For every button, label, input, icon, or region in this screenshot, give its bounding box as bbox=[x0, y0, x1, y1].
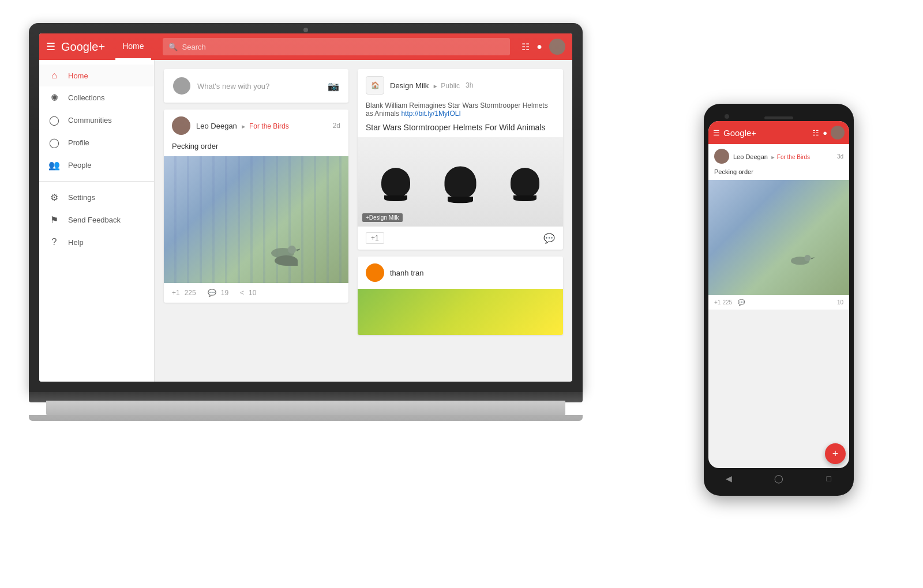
main-feed: What's new with you? 📷 bbox=[155, 60, 572, 382]
phone-leo-avatar bbox=[714, 149, 729, 164]
desktop-search-bar[interactable]: 🔍 Search bbox=[163, 38, 511, 55]
design-milk-avatar: 🏠 bbox=[366, 76, 384, 95]
share-icon: < bbox=[240, 289, 244, 297]
laptop: ☰ Google+ Home 🔍 Search ☷ ● bbox=[29, 23, 583, 542]
phone-leo-name[interactable]: Leo Deegan bbox=[733, 153, 768, 160]
sidebar-communities-label: Communities bbox=[68, 116, 112, 125]
phone-plus-count: 225 bbox=[722, 299, 732, 306]
sidebar-profile-label: Profile bbox=[68, 138, 89, 147]
helmet-3 bbox=[511, 168, 539, 197]
phone-plus-icon[interactable]: +1 bbox=[714, 299, 721, 306]
hamburger-icon[interactable]: ☰ bbox=[46, 40, 55, 53]
leo-collection[interactable]: For the Birds bbox=[249, 122, 289, 130]
phone-bird-post: Leo Deegan ► For the Birds 3d Pecking or… bbox=[708, 144, 849, 310]
bird-post-title: Pecking order bbox=[164, 142, 348, 156]
dm-post-actions: +1 💬 bbox=[358, 227, 563, 250]
brand-name[interactable]: Design Milk bbox=[390, 81, 429, 90]
home-icon: ⌂ bbox=[48, 70, 60, 81]
thanh-post-card: thanh tran bbox=[358, 257, 563, 335]
phone-collection[interactable]: For the Birds bbox=[777, 154, 810, 160]
comment-icon-right[interactable]: 💬 bbox=[543, 233, 555, 244]
design-milk-tag[interactable]: +Design Milk bbox=[362, 213, 403, 222]
gplus-desktop-app: ☰ Google+ Home 🔍 Search ☷ ● bbox=[39, 33, 572, 382]
sidebar-help-label: Help bbox=[68, 238, 84, 247]
phone-apps-icon[interactable]: ☷ bbox=[812, 129, 819, 137]
dm-post-link[interactable]: http://bit.ly/1MyIOLI bbox=[401, 110, 460, 118]
gplus-body: ⌂ Home ✺ Collections ◯ Communities bbox=[39, 60, 572, 382]
phone-screen: ☰ Google+ ☷ ● Le bbox=[708, 121, 849, 468]
design-milk-post: 🏠 Design Milk ► Public bbox=[358, 69, 563, 250]
share-action[interactable]: < bbox=[240, 289, 244, 297]
laptop-body: ☰ Google+ Home 🔍 Search ☷ ● bbox=[29, 23, 583, 392]
search-icon: 🔍 bbox=[168, 43, 178, 51]
phone-recents-button[interactable]: □ bbox=[823, 473, 835, 484]
apps-icon[interactable]: ☷ bbox=[521, 42, 530, 52]
dm-post-time: 3h bbox=[466, 81, 473, 89]
bird-post-footer: +1 225 💬 19 < bbox=[164, 283, 348, 303]
dm-post-headline: Blank William Reimagines Star Wars Storm… bbox=[358, 101, 563, 122]
desktop-logo: Google+ bbox=[61, 40, 105, 54]
main-scene: ☰ Google+ Home 🔍 Search ☷ ● bbox=[0, 0, 923, 588]
camera-icon[interactable]: 📷 bbox=[328, 81, 339, 92]
profile-icon: ◯ bbox=[48, 137, 60, 148]
phone-notifications-icon[interactable]: ● bbox=[823, 129, 827, 137]
phone-author-name-line: Leo Deegan ► For the Birds bbox=[733, 151, 810, 161]
sidebar-item-home[interactable]: ⌂ Home bbox=[39, 65, 154, 86]
phone-content: Leo Deegan ► For the Birds 3d Pecking or… bbox=[708, 144, 849, 468]
sidebar-item-settings[interactable]: ⚙ Settings bbox=[39, 186, 154, 209]
sidebar-collections-label: Collections bbox=[68, 93, 105, 102]
phone-fab-button[interactable]: + bbox=[825, 443, 846, 464]
laptop-screen: ☰ Google+ Home 🔍 Search ☷ ● bbox=[39, 33, 572, 382]
right-feed-column: 🏠 Design Milk ► Public bbox=[358, 69, 563, 372]
share-count: 10 bbox=[249, 289, 256, 297]
phone-home-button[interactable]: ◯ bbox=[773, 473, 785, 484]
user-avatar[interactable] bbox=[549, 39, 565, 55]
search-placeholder-text: Search bbox=[182, 43, 206, 51]
sidebar-item-communities[interactable]: ◯ Communities bbox=[39, 109, 154, 131]
phone-back-button[interactable]: ◀ bbox=[723, 473, 734, 484]
sidebar-feedback-label: Send Feedback bbox=[68, 216, 121, 224]
compose-box[interactable]: What's new with you? 📷 bbox=[164, 69, 348, 103]
plus-one-button[interactable]: +1 bbox=[366, 232, 384, 244]
phone-bird-bg bbox=[708, 180, 849, 295]
phone-user-avatar[interactable] bbox=[831, 126, 845, 140]
compose-input[interactable]: What's new with you? bbox=[197, 82, 321, 91]
sidebar-item-feedback[interactable]: ⚑ Send Feedback bbox=[39, 209, 154, 231]
phone-post-header: Leo Deegan ► For the Birds 3d bbox=[708, 144, 849, 168]
thanh-header: thanh tran bbox=[358, 257, 563, 289]
comment-action[interactable]: 💬 bbox=[208, 289, 216, 297]
sidebar-people-label: People bbox=[68, 161, 91, 169]
bird-post-image bbox=[164, 156, 348, 283]
svg-point-1 bbox=[288, 246, 296, 254]
bird-post-card: Leo Deegan ► For the Birds 2d Pecking or… bbox=[164, 110, 348, 303]
phone-post-time: 3d bbox=[837, 153, 843, 160]
desktop-nav-home[interactable]: Home bbox=[115, 33, 151, 60]
fab-icon: + bbox=[832, 448, 839, 460]
settings-icon: ⚙ bbox=[48, 192, 60, 203]
phone-gplus-app: ☰ Google+ ☷ ● Le bbox=[708, 121, 849, 468]
bird-post-time: 2d bbox=[333, 122, 340, 130]
sidebar-item-people[interactable]: 👥 People bbox=[39, 154, 154, 176]
phone-share-count: 10 bbox=[837, 299, 843, 306]
notifications-icon[interactable]: ● bbox=[536, 42, 542, 52]
helmets-image: +Design Milk bbox=[358, 137, 563, 227]
phone-hamburger-icon[interactable]: ☰ bbox=[713, 129, 720, 137]
phone-nav-bar: ◀ ◯ □ bbox=[704, 467, 854, 490]
comment-icon: 💬 bbox=[208, 289, 216, 297]
leo-name[interactable]: Leo Deegan bbox=[196, 122, 237, 130]
bird-svg bbox=[265, 243, 300, 260]
phone-comment-icon[interactable]: 💬 bbox=[738, 299, 745, 306]
plus-action[interactable]: +1 bbox=[172, 289, 180, 297]
sidebar-item-collections[interactable]: ✺ Collections bbox=[39, 86, 154, 109]
sidebar-home-label: Home bbox=[68, 71, 88, 80]
sidebar-item-help[interactable]: ? Help bbox=[39, 231, 154, 253]
sidebar-item-profile[interactable]: ◯ Profile bbox=[39, 131, 154, 154]
phone-post-footer: +1 225 💬 10 bbox=[708, 295, 849, 310]
comment-count: 19 bbox=[221, 289, 228, 297]
thanh-name[interactable]: thanh tran bbox=[390, 269, 424, 277]
laptop-camera bbox=[303, 28, 308, 32]
sidebar-settings-label: Settings bbox=[68, 193, 95, 202]
helmet-1 bbox=[381, 168, 410, 197]
phone-logo: Google+ bbox=[723, 128, 809, 138]
leo-author-line: Leo Deegan ► For the Birds bbox=[196, 120, 327, 131]
